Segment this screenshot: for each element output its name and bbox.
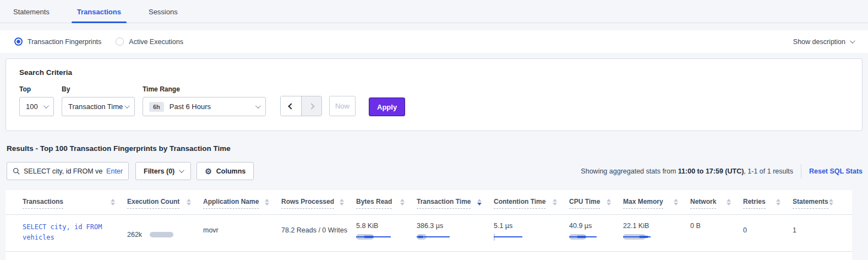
- column-header-max-memory[interactable]: Max Memory: [623, 198, 690, 209]
- by-select-value: Transaction Time: [68, 102, 123, 111]
- bytes-read-bar: [356, 234, 408, 241]
- tab-sessions[interactable]: Sessions: [143, 8, 183, 23]
- sort-icon[interactable]: [340, 199, 344, 205]
- application-name-value: movr: [203, 222, 281, 243]
- transaction-fingerprint-link[interactable]: SELECT city, id FROM vehicles: [23, 223, 102, 241]
- chevron-down-icon: [255, 103, 261, 109]
- search-box[interactable]: Enter: [7, 162, 129, 180]
- chevron-down-icon: [179, 167, 184, 173]
- radio-label: Transaction Fingerprints: [28, 38, 101, 46]
- column-header-application-name[interactable]: Application Name: [203, 198, 281, 209]
- contention-time-bar: [494, 234, 560, 241]
- bytes-read-value: 5.8 KiB: [356, 222, 408, 230]
- time-pager: [280, 96, 322, 116]
- transactions-table: Transactions Execution Count Application…: [6, 190, 852, 260]
- column-header-bytes-read[interactable]: Bytes Read: [356, 198, 417, 209]
- column-header-retries[interactable]: Retries: [743, 198, 793, 209]
- now-button[interactable]: Now: [329, 96, 356, 116]
- chevron-left-icon: [288, 103, 294, 109]
- table-header-row: Transactions Execution Count Application…: [6, 198, 852, 215]
- time-range-badge: 6h: [149, 102, 164, 112]
- radio-label: Active Executions: [129, 38, 183, 46]
- column-header-network[interactable]: Network: [690, 198, 743, 209]
- search-enter-button[interactable]: Enter: [103, 167, 123, 175]
- sort-icon-active[interactable]: [477, 199, 482, 205]
- cpu-time-value: 40.9 µs: [569, 222, 614, 230]
- radio-transaction-fingerprints[interactable]: Transaction Fingerprints: [14, 37, 101, 46]
- view-toggle-bar: Transaction Fingerprints Active Executio…: [0, 30, 868, 53]
- column-header-execution-count[interactable]: Execution Count: [127, 198, 203, 209]
- column-header-cpu-time[interactable]: CPU Time: [569, 198, 623, 209]
- sort-icon[interactable]: [265, 199, 269, 205]
- max-memory-bar: [623, 234, 681, 241]
- top-label: Top: [19, 85, 54, 93]
- tab-statements[interactable]: Statements: [8, 8, 55, 23]
- radio-selected-icon: [14, 37, 23, 46]
- rows-processed-value: 78.2 Reads / 0 Writes: [281, 222, 356, 243]
- previous-interval-button[interactable]: [281, 96, 301, 116]
- retries-value: 0: [743, 222, 793, 243]
- search-input[interactable]: [24, 167, 103, 175]
- view-radio-group: Transaction Fingerprints Active Executio…: [14, 37, 183, 46]
- tab-transactions[interactable]: Transactions: [72, 8, 127, 23]
- search-icon: [13, 167, 20, 175]
- column-header-contention-time[interactable]: Contention Time: [494, 198, 569, 209]
- by-field: By Transaction Time: [62, 85, 135, 116]
- radio-unselected-icon: [116, 37, 124, 46]
- gear-icon: ⚙: [205, 167, 212, 175]
- top-select-value: 100: [26, 102, 38, 111]
- page-tabs: Statements Transactions Sessions: [0, 0, 868, 23]
- show-description-label: Show description: [793, 38, 845, 46]
- column-header-transactions[interactable]: Transactions: [23, 198, 127, 209]
- max-memory-value: 22.1 KiB: [623, 222, 681, 230]
- contention-time-value: 5.1 µs: [494, 222, 560, 230]
- sort-icon[interactable]: [776, 199, 780, 205]
- radio-active-executions[interactable]: Active Executions: [116, 37, 183, 46]
- chevron-right-icon: [308, 103, 314, 109]
- cpu-time-bar: [569, 234, 614, 241]
- time-range-select[interactable]: 6h Past 6 Hours: [143, 97, 266, 116]
- search-criteria-title: Search Criteria: [19, 68, 849, 77]
- transaction-time-value: 386.3 µs: [417, 222, 485, 230]
- column-header-transaction-time[interactable]: Transaction Time: [417, 198, 494, 209]
- sort-icon[interactable]: [829, 199, 833, 205]
- columns-label: Columns: [216, 167, 245, 175]
- sort-icon[interactable]: [187, 199, 191, 205]
- sort-icon[interactable]: [553, 199, 557, 205]
- columns-button[interactable]: ⚙ Columns: [196, 162, 254, 180]
- filters-button[interactable]: Filters (0): [135, 162, 191, 180]
- chevron-down-icon: [850, 38, 855, 44]
- table-row: SELECT city, id FROM vehicles 262k movr …: [6, 215, 852, 252]
- by-select[interactable]: Transaction Time: [62, 97, 135, 116]
- network-value: 0 B: [690, 222, 743, 243]
- time-range-value: Past 6 Hours: [170, 102, 211, 111]
- sort-icon[interactable]: [111, 199, 115, 205]
- chevron-down-icon: [43, 103, 49, 109]
- show-description-toggle[interactable]: Show description: [793, 38, 854, 46]
- execution-count-value: 262k: [127, 231, 142, 239]
- transaction-time-bar: [417, 234, 485, 241]
- divider: [801, 164, 801, 178]
- execution-count-bar: [150, 232, 173, 237]
- sort-icon[interactable]: [674, 199, 678, 205]
- sort-icon[interactable]: [400, 199, 405, 205]
- apply-button[interactable]: Apply: [369, 98, 405, 116]
- statements-value: 1: [793, 222, 845, 243]
- sort-icon[interactable]: [607, 199, 611, 205]
- top-field: Top 100: [19, 85, 54, 116]
- next-interval-button[interactable]: [301, 96, 321, 116]
- results-title: Results - Top 100 Transaction Fingerprin…: [7, 144, 862, 153]
- top-select[interactable]: 100: [19, 97, 54, 116]
- stats-time-range: 11:00 to 17:59 (UTC): [678, 167, 744, 175]
- time-range-label: Time Range: [143, 85, 266, 93]
- sort-icon[interactable]: [727, 199, 731, 205]
- chevron-down-icon: [124, 103, 130, 109]
- by-label: By: [62, 85, 135, 93]
- column-header-statements[interactable]: Statements: [793, 198, 845, 209]
- search-criteria-card: Search Criteria Top 100 By Transaction T…: [6, 58, 862, 131]
- time-range-field: Time Range 6h Past 6 Hours: [143, 85, 266, 116]
- aggregated-stats-text: Showing aggregated stats from 11:00 to 1…: [581, 167, 793, 175]
- results-toolbar: Enter Filters (0) ⚙ Columns Showing aggr…: [7, 162, 862, 180]
- reset-sql-stats-link[interactable]: Reset SQL Stats: [809, 167, 862, 175]
- column-header-rows-processed[interactable]: Rows Processed: [281, 198, 356, 209]
